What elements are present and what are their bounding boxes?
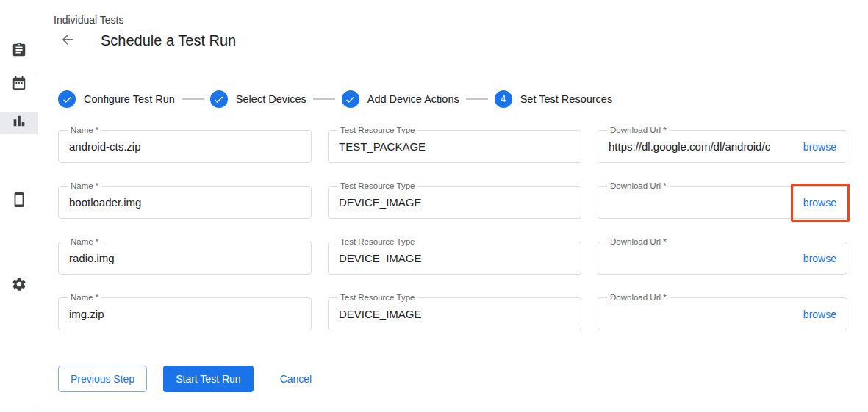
section-label: Individual Tests	[54, 14, 123, 26]
field-label: Download Url *	[607, 181, 670, 191]
browse-link[interactable]: browse	[803, 141, 847, 153]
check-icon	[342, 90, 359, 108]
step-set-test-resources[interactable]: 4 Set Test Resources	[495, 90, 612, 108]
step-configure-test-run[interactable]: Configure Test Run	[58, 90, 175, 108]
download-url-input[interactable]	[598, 187, 803, 218]
download-url-input[interactable]	[598, 131, 803, 162]
field-label: Test Resource Type	[337, 292, 417, 303]
step-connector	[182, 98, 204, 100]
test-resource-type-field: Test Resource Type	[328, 297, 581, 330]
back-button[interactable]	[59, 32, 76, 49]
action-buttons: Previous Step Start Test Run Cancel	[58, 366, 868, 392]
step-label: Set Test Resources	[520, 93, 612, 105]
check-icon	[210, 90, 228, 108]
sidebar-item-settings[interactable]	[0, 275, 38, 297]
page-title: Schedule a Test Run	[101, 32, 236, 49]
field-label: Download Url *	[607, 236, 670, 247]
name-input[interactable]	[59, 242, 311, 274]
field-label: Name *	[68, 181, 101, 191]
step-connector	[313, 98, 335, 100]
assignment-icon	[11, 42, 27, 61]
check-icon	[58, 90, 76, 108]
field-label: Download Url *	[607, 125, 670, 135]
cancel-button[interactable]: Cancel	[268, 366, 324, 392]
step-select-devices[interactable]: Select Devices	[210, 90, 306, 108]
name-field: Name *	[58, 130, 312, 163]
test-resources-form: Name * Test Resource Type Download Url *…	[58, 130, 868, 330]
step-label: Add Device Actions	[367, 93, 459, 105]
field-label: Download Url *	[607, 292, 670, 303]
sidebar-item-test-runs[interactable]	[0, 112, 38, 134]
name-field: Name *	[58, 242, 312, 275]
test-resource-type-field: Test Resource Type	[328, 130, 581, 163]
browse-link[interactable]: browse	[803, 253, 847, 264]
download-url-input[interactable]	[598, 298, 803, 330]
title-row: Schedule a Test Run	[59, 32, 236, 49]
smartphone-icon	[11, 192, 27, 211]
test-resource-type-field: Test Resource Type	[328, 242, 581, 275]
step-label: Configure Test Run	[84, 93, 175, 105]
field-label: Name *	[68, 292, 101, 303]
test-resource-type-input[interactable]	[329, 187, 581, 218]
sidebar	[0, 0, 38, 412]
step-add-device-actions[interactable]: Add Device Actions	[342, 90, 459, 108]
content-area: Configure Test Run Select Devices Add De…	[38, 71, 868, 392]
field-label: Test Resource Type	[337, 181, 417, 191]
page-header: Individual Tests Schedule a Test Run	[38, 0, 868, 71]
test-resource-type-input[interactable]	[329, 131, 581, 162]
sidebar-item-tests[interactable]	[0, 40, 38, 62]
name-field: Name *	[58, 186, 312, 219]
previous-step-button[interactable]: Previous Step	[58, 366, 147, 392]
field-label: Name *	[68, 125, 101, 135]
step-number-badge: 4	[495, 90, 512, 108]
download-url-field: Download Url * browse	[598, 130, 847, 163]
step-connector	[466, 98, 488, 100]
name-input[interactable]	[59, 187, 311, 218]
step-label: Select Devices	[236, 93, 306, 105]
stepper: Configure Test Run Select Devices Add De…	[58, 90, 868, 108]
name-input[interactable]	[59, 298, 311, 330]
gear-icon	[11, 276, 27, 295]
name-field: Name *	[58, 297, 312, 330]
test-resource-type-input[interactable]	[329, 242, 581, 274]
app-window: Individual Tests Schedule a Test Run Con…	[0, 0, 868, 412]
calendar-icon	[11, 75, 27, 94]
download-url-field: Download Url * browse	[598, 242, 847, 275]
sidebar-item-test-plans[interactable]	[0, 73, 38, 95]
test-resource-type-input[interactable]	[329, 298, 581, 330]
name-input[interactable]	[59, 131, 311, 162]
arrow-back-icon	[60, 32, 76, 50]
sidebar-item-devices[interactable]	[0, 190, 38, 212]
download-url-field: Download Url * browse	[598, 186, 847, 219]
start-test-run-button[interactable]: Start Test Run	[163, 366, 253, 392]
main-content: Individual Tests Schedule a Test Run Con…	[38, 0, 868, 392]
test-resource-type-field: Test Resource Type	[328, 186, 581, 219]
field-label: Name *	[68, 236, 101, 247]
field-label: Test Resource Type	[337, 236, 417, 247]
field-label: Test Resource Type	[337, 125, 417, 135]
browse-link[interactable]: browse	[803, 308, 847, 320]
bar-chart-icon	[11, 113, 27, 132]
browse-link[interactable]: browse	[803, 197, 847, 209]
download-url-input[interactable]	[598, 242, 803, 274]
download-url-field: Download Url * browse	[598, 297, 847, 330]
